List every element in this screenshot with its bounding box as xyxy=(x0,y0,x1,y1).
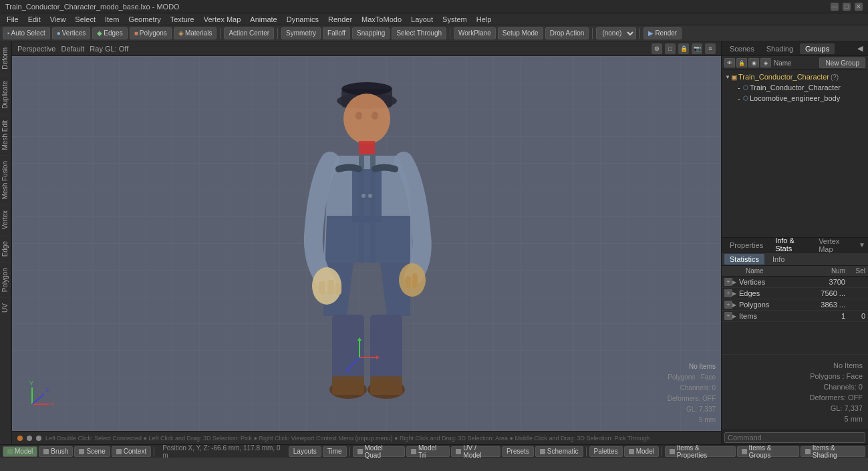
menu-item[interactable]: Item xyxy=(101,14,123,25)
tab-shading[interactable]: Shading xyxy=(761,43,799,54)
materials-button[interactable]: ◈ Materials xyxy=(174,27,217,39)
panel-collapse-icon[interactable]: ◀ xyxy=(855,43,865,54)
left-tab-mesh-edit[interactable]: Mesh Edit xyxy=(0,114,11,155)
setup-mode-button[interactable]: Setup Mode xyxy=(498,27,543,39)
schematic-button[interactable]: Schematic xyxy=(535,446,583,457)
stats-row-edges[interactable]: + ▶ Edges 7560 ... xyxy=(722,288,868,299)
menu-layout[interactable]: Layout xyxy=(407,14,437,25)
menu-view[interactable]: View xyxy=(46,14,70,25)
stats-row-items[interactable]: + ▶ Items 1 0 xyxy=(722,311,868,322)
command-input[interactable] xyxy=(724,432,865,443)
vertex-map-dropdown[interactable]: ▼ xyxy=(859,241,865,249)
polygons-plus-btn[interactable]: + xyxy=(724,301,732,309)
bottom-model-button[interactable]: Model xyxy=(3,446,37,457)
menu-help[interactable]: Help xyxy=(472,14,496,25)
menu-select[interactable]: Select xyxy=(71,14,100,25)
menu-vertex-map[interactable]: Vertex Map xyxy=(200,14,245,25)
viewport-settings-icon[interactable]: ⚙ xyxy=(652,43,662,54)
tab-info-stats[interactable]: Info & Stats xyxy=(770,235,812,255)
palettes-button[interactable]: Palettes xyxy=(589,446,623,457)
left-tab-duplicate[interactable]: Duplicate xyxy=(0,75,11,114)
groups-render-btn[interactable]: ◉ xyxy=(748,58,759,67)
vertices-plus-btn[interactable]: + xyxy=(724,278,732,286)
vertices-button[interactable]: ● Vertices xyxy=(52,27,91,39)
menu-animate[interactable]: Animate xyxy=(246,14,281,25)
stats-row-vertices[interactable]: + ▶ Vertices 3700 xyxy=(722,277,868,288)
model-quad-dot xyxy=(357,449,363,454)
workplane-button[interactable]: WorkPlane xyxy=(454,27,496,39)
model2-button[interactable]: Model xyxy=(624,446,659,457)
layouts-button[interactable]: Layouts xyxy=(289,446,321,457)
vertices-expand[interactable]: ▶ xyxy=(732,279,739,285)
bottom-context-button[interactable]: Context xyxy=(112,446,151,457)
left-tab-deform[interactable]: Deform xyxy=(0,41,11,75)
menu-dynamics[interactable]: Dynamics xyxy=(283,14,323,25)
uv-model-button[interactable]: UV / Model xyxy=(451,446,500,457)
time-button[interactable]: Time xyxy=(323,446,347,457)
items-properties-button[interactable]: Items & Properties xyxy=(665,446,736,457)
menu-texture[interactable]: Texture xyxy=(166,14,198,25)
tab-scenes[interactable]: Scenes xyxy=(724,43,760,54)
new-group-button[interactable]: New Group xyxy=(819,57,865,68)
falloff-button[interactable]: Falloff xyxy=(323,27,350,39)
tab-vertex-map[interactable]: Vertex Map xyxy=(813,236,855,255)
none-dropdown[interactable]: (none) xyxy=(596,27,636,39)
minimize-button[interactable]: — xyxy=(831,3,839,11)
edges-button[interactable]: ◆ Edges xyxy=(92,27,127,39)
action-center-button[interactable]: Action Center xyxy=(224,27,274,39)
groups-tree[interactable]: ▼ ▣ Train_Conductor_Character (?) - ⬡ Tr… xyxy=(722,70,868,237)
viewport-camera-icon[interactable]: 📷 xyxy=(692,43,702,54)
model-quad-button[interactable]: Model Quad xyxy=(353,446,405,457)
menu-geometry[interactable]: Geometry xyxy=(124,14,164,25)
window-title: Train_Conductor_Character_modo_base.lxo … xyxy=(5,3,180,11)
menu-system[interactable]: System xyxy=(438,14,471,25)
menu-render[interactable]: Render xyxy=(324,14,356,25)
maximize-button[interactable]: □ xyxy=(843,3,851,11)
tree-row-item-1[interactable]: - ⬡ Train_Conductor_Character xyxy=(722,82,868,93)
left-tab-mesh-fusion[interactable]: Mesh Fusion xyxy=(0,155,11,204)
tree-row-item-2[interactable]: - ⬡ Locomotive_engineer_body xyxy=(722,93,868,104)
menu-edit[interactable]: Edit xyxy=(24,14,45,25)
edges-plus-btn[interactable]: + xyxy=(724,289,732,297)
context-dot xyxy=(116,449,122,454)
close-button[interactable]: ✕ xyxy=(855,3,863,11)
presets-button[interactable]: Presets xyxy=(502,446,534,457)
menu-file[interactable]: File xyxy=(3,14,23,25)
items-groups-button[interactable]: Items & Groups xyxy=(737,446,799,457)
drop-action-button[interactable]: Drop Action xyxy=(545,27,589,39)
polygons-expand[interactable]: ▶ xyxy=(732,302,739,308)
tree-row-group[interactable]: ▼ ▣ Train_Conductor_Character (?) xyxy=(722,71,868,82)
model-tri-button[interactable]: Model Tri xyxy=(406,446,450,457)
stats-row-polygons[interactable]: + ▶ Polygons 3863 ... xyxy=(722,299,868,311)
viewport-options-icon[interactable]: ≡ xyxy=(705,43,716,54)
tab-groups[interactable]: Groups xyxy=(800,43,835,54)
viewport-maximize-icon[interactable]: □ xyxy=(665,43,676,54)
symmetry-button[interactable]: Symmetry xyxy=(281,27,321,39)
render-button[interactable]: ▶ Render xyxy=(643,27,682,39)
left-tab-edge[interactable]: Edge xyxy=(0,235,11,262)
bottom-scene-button[interactable]: Scene xyxy=(74,446,110,457)
left-tab-polygon[interactable]: Polygon xyxy=(0,262,11,297)
viewport-3d[interactable]: No Items Polygons : Face Channels: 0 Def… xyxy=(12,56,721,431)
toolbar-separator-4 xyxy=(592,28,593,39)
groups-vis-btn[interactable]: 👁 xyxy=(724,58,735,67)
select-through-button[interactable]: Select Through xyxy=(392,27,446,39)
window-controls[interactable]: — □ ✕ xyxy=(831,3,863,11)
edges-expand[interactable]: ▶ xyxy=(732,291,739,297)
items-expand[interactable]: ▶ xyxy=(732,313,739,319)
groups-sel-btn[interactable]: ◈ xyxy=(760,58,771,67)
groups-lock-btn[interactable]: 🔒 xyxy=(736,58,747,67)
sub-tab-info[interactable]: Info xyxy=(767,254,790,265)
left-tab-uv[interactable]: UV xyxy=(0,297,11,318)
viewport-lock-icon[interactable]: 🔒 xyxy=(678,43,689,54)
left-tab-vertex[interactable]: Vertex xyxy=(0,204,11,234)
polygons-button[interactable]: ■ Polygons xyxy=(130,27,172,39)
items-shading-button[interactable]: Items & Shading xyxy=(801,446,865,457)
sub-tab-statistics[interactable]: Statistics xyxy=(724,254,764,265)
menu-maxtomodo[interactable]: MaxToModo xyxy=(357,14,406,25)
tab-properties[interactable]: Properties xyxy=(724,240,768,251)
bottom-brush-button[interactable]: Brush xyxy=(39,446,73,457)
items-plus-btn[interactable]: + xyxy=(724,312,732,320)
snapping-button[interactable]: Snapping xyxy=(352,27,390,39)
auto-select-button[interactable]: ▪ Auto Select xyxy=(3,27,50,39)
